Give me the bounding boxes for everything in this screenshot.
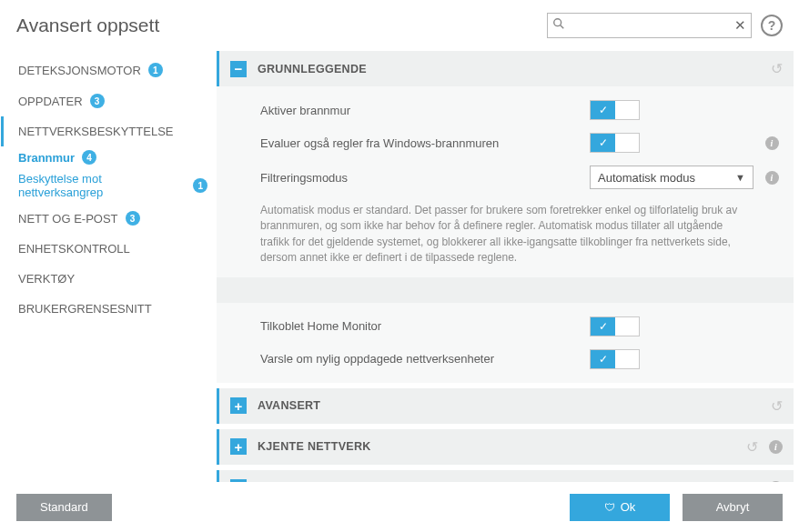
section-divider	[217, 277, 794, 303]
info-icon[interactable]: i	[765, 136, 779, 150]
row-enable-firewall: Aktiver brannmur ✓	[217, 94, 794, 126]
sidebar-item-ui[interactable]: BRUKERGRENSESNITT	[1, 294, 207, 324]
badge: 4	[82, 150, 96, 165]
info-icon[interactable]: i	[769, 440, 783, 454]
badge: 3	[90, 94, 105, 108]
sidebar-item-attack-protection[interactable]: Beskyttelse mot nettverksangrep 1	[18, 168, 207, 203]
sidebar-item-label: VERKTØY	[18, 272, 75, 286]
clear-search-icon[interactable]: ✕	[734, 17, 746, 34]
expand-icon[interactable]: +	[230, 438, 247, 455]
sidebar-item-label: Beskyttelse mot nettverksangrep	[18, 172, 186, 199]
setting-label: Evaluer også regler fra Windows-brannmur…	[260, 136, 581, 150]
row-filter-mode: Filtreringsmodus Automatisk modus ▼ i	[217, 159, 794, 196]
setting-label: Filtreringsmodus	[260, 171, 581, 185]
sidebar-item-label: Brannmur	[18, 151, 75, 165]
info-icon[interactable]: i	[765, 171, 779, 185]
chevron-down-icon: ▼	[735, 172, 745, 183]
section-known-header[interactable]: + KJENTE NETTVERK ↺ i	[217, 429, 794, 465]
section-title: KJENTE NETTVERK	[258, 440, 735, 453]
filter-mode-description: Automatisk modus er standard. Det passer…	[217, 196, 794, 277]
sidebar-item-firewall[interactable]: Brannmur 4	[18, 146, 207, 168]
shield-icon: 🛡	[604, 501, 615, 514]
page-title: Avansert oppsett	[16, 15, 159, 36]
section-title: GRUNNLEGGENDE	[258, 63, 760, 75]
section-basic-header[interactable]: − GRUNNLEGGENDE ↺	[217, 51, 794, 86]
sidebar-item-label: NETT OG E-POST	[18, 212, 118, 226]
badge: 1	[148, 63, 163, 77]
sidebar-item-label: ENHETSKONTROLL	[18, 242, 130, 256]
reset-icon[interactable]: ↺	[771, 60, 783, 77]
toggle-notify-new[interactable]: ✓	[590, 349, 640, 369]
footer: Standard 🛡 Ok Avbryt	[0, 482, 799, 532]
select-value: Automatisk modus	[598, 171, 695, 185]
search-input[interactable]	[547, 13, 752, 38]
section-basic-body: Aktiver brannmur ✓ Evaluer også regler f…	[217, 86, 794, 383]
setting-label: Varsle om nylig oppdagede nettverksenhet…	[260, 352, 581, 366]
sidebar-item-device[interactable]: ENHETSKONTROLL	[1, 234, 207, 264]
help-icon[interactable]: ?	[761, 15, 783, 36]
sidebar-item-label: DETEKSJONSMOTOR	[18, 64, 141, 77]
reset-icon[interactable]: ↺	[746, 438, 758, 456]
content-panel: − GRUNNLEGGENDE ↺ Aktiver brannmur ✓ Eva…	[207, 45, 799, 482]
cancel-button[interactable]: Avbryt	[683, 494, 783, 521]
reset-icon[interactable]: ↺	[771, 397, 783, 415]
section-advanced-header[interactable]: + AVANSERT ↺	[217, 388, 794, 424]
search-icon	[552, 17, 565, 33]
svg-line-1	[561, 25, 564, 29]
setting-label: Tilkoblet Home Monitor	[260, 319, 581, 333]
sidebar-item-label: NETTVERKSBESKYTTELSE	[18, 125, 174, 138]
toggle-enable-firewall[interactable]: ✓	[590, 100, 640, 120]
svg-point-0	[554, 19, 561, 26]
sidebar-item-label: BRUKERGRENSESNITT	[18, 302, 152, 316]
row-home-monitor: Tilkoblet Home Monitor ✓	[217, 310, 794, 343]
badge: 1	[193, 178, 207, 193]
sidebar-item-detection[interactable]: DETEKSJONSMOTOR 1	[1, 55, 207, 85]
search-box: ✕	[547, 13, 752, 38]
sidebar-item-tools[interactable]: VERKTØY	[1, 264, 207, 294]
toggle-home-monitor[interactable]: ✓	[590, 316, 640, 336]
section-profiles-header[interactable]: + BRANNMURPROFILER ↺ i	[217, 470, 794, 482]
sidebar-item-network[interactable]: NETTVERKSBESKYTTELSE	[1, 116, 207, 146]
setting-label: Aktiver brannmur	[260, 104, 581, 117]
toggle-eval-windows[interactable]: ✓	[590, 133, 640, 153]
default-button[interactable]: Standard	[16, 494, 112, 521]
row-eval-windows: Evaluer også regler fra Windows-brannmur…	[217, 126, 794, 159]
sidebar-item-label: OPPDATER	[18, 95, 83, 108]
sidebar-item-update[interactable]: OPPDATER 3	[1, 85, 207, 116]
sidebar: DETEKSJONSMOTOR 1 OPPDATER 3 NETTVERKSBE…	[0, 45, 207, 482]
ok-button-label: Ok	[621, 500, 636, 514]
badge: 3	[126, 211, 140, 226]
sidebar-item-web-email[interactable]: NETT OG E-POST 3	[1, 203, 207, 234]
expand-icon[interactable]: +	[230, 397, 247, 414]
sidebar-subgroup-network: Brannmur 4 Beskyttelse mot nettverksangr…	[4, 146, 207, 203]
filter-mode-select[interactable]: Automatisk modus ▼	[590, 166, 753, 189]
collapse-icon[interactable]: −	[230, 61, 247, 77]
row-notify-new: Varsle om nylig oppdagede nettverksenhet…	[217, 343, 794, 376]
section-title: AVANSERT	[258, 399, 760, 412]
ok-button[interactable]: 🛡 Ok	[570, 494, 670, 521]
